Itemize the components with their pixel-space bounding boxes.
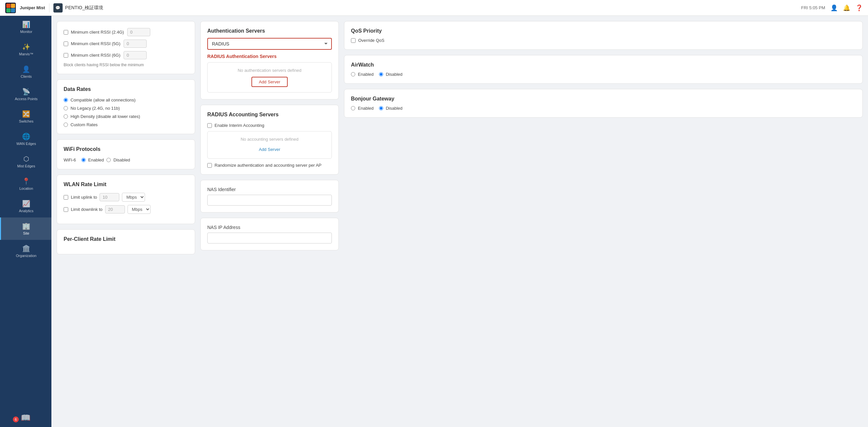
data-rate-high-density-radio[interactable] bbox=[64, 114, 68, 119]
data-rates-card: Data Rates Compatible (allow all connect… bbox=[57, 80, 195, 134]
nas-ip-card: NAS IP Address bbox=[200, 218, 339, 250]
datetime: FRI 5:05 PM bbox=[801, 5, 825, 10]
wlan-rate-title: WLAN Rate Limit bbox=[64, 182, 188, 187]
data-rates-radio-group: Compatible (allow all connections) No Le… bbox=[64, 97, 188, 127]
airwatch-disabled-radio[interactable] bbox=[379, 72, 383, 77]
randomize-checkbox[interactable] bbox=[207, 163, 212, 168]
airwatch-enabled-option[interactable]: Enabled bbox=[351, 72, 374, 77]
data-rate-compatible-radio[interactable] bbox=[64, 98, 68, 102]
wifi-protocols-card: WiFi Protocols WiFi-6 Enabled Disabled bbox=[57, 140, 195, 169]
bonjour-disabled-radio[interactable] bbox=[379, 106, 383, 111]
data-rate-high-density-label: High Density (disable all lower rates) bbox=[70, 114, 140, 119]
rssi-5g-checkbox[interactable] bbox=[64, 41, 68, 46]
rssi-6g-label: Minimum client RSSI (6G) bbox=[71, 53, 120, 58]
org-icon: 💬 bbox=[53, 3, 63, 12]
uplink-checkbox[interactable] bbox=[64, 195, 68, 200]
wifi6-enabled-radio[interactable] bbox=[82, 158, 86, 162]
site-icon: 🏢 bbox=[22, 222, 30, 230]
wifi6-enabled-label: Enabled bbox=[88, 157, 104, 162]
accounting-server-box: No accounting servers defined Add Server bbox=[207, 131, 332, 159]
sidebar-item-switches[interactable]: 🔀 Switches bbox=[0, 105, 52, 128]
add-accounting-server-button[interactable]: Add Server bbox=[257, 146, 281, 153]
org-name: PENTIO_検証環境 bbox=[65, 5, 103, 11]
interim-accounting-label[interactable]: Enable Interim Accounting bbox=[207, 123, 264, 128]
sidebar-item-location[interactable]: 📍 Location bbox=[0, 173, 52, 195]
bonjour-enabled-option[interactable]: Enabled bbox=[351, 106, 374, 111]
wlan-rate-limit-card: WLAN Rate Limit Limit uplink to Mbps Kbp… bbox=[57, 175, 195, 224]
sidebar-item-analytics[interactable]: 📈 Analytics bbox=[0, 195, 52, 217]
sidebar-item-organization[interactable]: 🏛️ Organization bbox=[0, 240, 52, 262]
uplink-checkbox-label[interactable]: Limit uplink to bbox=[64, 195, 97, 200]
rssi-6g-checkbox-label[interactable]: Minimum client RSSI (6G) bbox=[64, 53, 120, 58]
data-rate-high-density[interactable]: High Density (disable all lower rates) bbox=[64, 114, 188, 119]
downlink-checkbox[interactable] bbox=[64, 207, 68, 212]
bonjour-disabled-label: Disabled bbox=[386, 106, 403, 111]
downlink-checkbox-label[interactable]: Limit downlink to bbox=[64, 207, 102, 212]
qos-card: QoS Priority Override QoS bbox=[344, 21, 863, 50]
airwatch-disabled-option[interactable]: Disabled bbox=[379, 72, 403, 77]
bonjour-enabled-radio[interactable] bbox=[351, 106, 355, 111]
right-panel: QoS Priority Override QoS AirWatch Enabl… bbox=[344, 21, 863, 422]
rssi-2g-checkbox[interactable] bbox=[64, 30, 68, 35]
interim-accounting-checkbox[interactable] bbox=[207, 123, 212, 128]
sidebar-item-mist-edges[interactable]: ⬡ Mist Edges bbox=[0, 150, 52, 173]
data-rate-no-legacy-radio[interactable] bbox=[64, 106, 68, 111]
uplink-input[interactable] bbox=[99, 193, 119, 201]
sidebar-help-badge[interactable]: 📖 6 bbox=[0, 408, 52, 427]
sidebar-item-monitor[interactable]: 📊 Monitor bbox=[0, 16, 52, 38]
data-rate-no-legacy[interactable]: No Legacy (2.4G, no 11b) bbox=[64, 106, 188, 111]
downlink-unit-select[interactable]: Mbps Kbps bbox=[127, 205, 151, 214]
svg-rect-2 bbox=[6, 8, 10, 12]
rssi-5g-input[interactable] bbox=[124, 39, 147, 48]
help-icon[interactable]: ❓ bbox=[856, 4, 863, 11]
data-rate-compatible[interactable]: Compatible (allow all connections) bbox=[64, 97, 188, 102]
sidebar-item-marvis-label: Marvis™ bbox=[19, 52, 33, 56]
wifi6-disabled-option[interactable]: Disabled bbox=[106, 157, 130, 162]
wifi6-disabled-radio[interactable] bbox=[106, 158, 111, 162]
downlink-input[interactable] bbox=[105, 205, 125, 214]
uplink-unit-select[interactable]: Mbps Kbps bbox=[122, 193, 145, 202]
sidebar-item-switches-label: Switches bbox=[19, 119, 33, 123]
rssi-6g-checkbox[interactable] bbox=[64, 53, 68, 58]
data-rate-custom-radio[interactable] bbox=[64, 123, 68, 127]
add-auth-server-button[interactable]: Add Server bbox=[251, 77, 287, 87]
sidebar-item-access-points[interactable]: 📡 Access Points bbox=[0, 83, 52, 105]
data-rate-custom[interactable]: Custom Rates bbox=[64, 122, 188, 127]
notification-badge: 6 bbox=[13, 417, 19, 422]
nas-ip-input[interactable] bbox=[207, 233, 332, 243]
notification-icon[interactable]: 🔔 bbox=[843, 4, 850, 11]
sidebar-item-marvis[interactable]: ✨ Marvis™ bbox=[0, 38, 52, 61]
auth-servers-title: Authentication Servers bbox=[207, 28, 332, 34]
mist-edges-icon: ⬡ bbox=[23, 155, 29, 163]
rssi-2g-label: Minimum client RSSI (2.4G) bbox=[71, 30, 124, 35]
sidebar-item-clients[interactable]: 👤 Clients bbox=[0, 61, 52, 83]
airwatch-enabled-radio[interactable] bbox=[351, 72, 355, 77]
org-selector[interactable]: 💬 PENTIO_検証環境 bbox=[53, 3, 103, 12]
rssi-hint: Block clients having RSSI below the mini… bbox=[64, 63, 188, 67]
rssi-5g-checkbox-label[interactable]: Minimum client RSSI (5G) bbox=[64, 41, 120, 46]
rssi-2g-checkbox-label[interactable]: Minimum client RSSI (2.4G) bbox=[64, 30, 124, 35]
sidebar-item-wan-edges[interactable]: 🌐 WAN Edges bbox=[0, 128, 52, 150]
override-qos-checkbox[interactable] bbox=[351, 38, 355, 43]
auth-type-dropdown[interactable]: RADIUS Local None bbox=[207, 38, 332, 50]
nas-identifier-input[interactable] bbox=[207, 195, 332, 206]
data-rate-compatible-label: Compatible (allow all connections) bbox=[70, 97, 135, 102]
bonjour-disabled-option[interactable]: Disabled bbox=[379, 106, 403, 111]
override-qos-label[interactable]: Override QoS bbox=[351, 38, 856, 43]
data-rates-title: Data Rates bbox=[64, 86, 188, 92]
sidebar-item-site[interactable]: 🏢 Site bbox=[0, 217, 52, 240]
data-rate-custom-label: Custom Rates bbox=[70, 122, 97, 127]
sidebar-item-site-label: Site bbox=[23, 231, 29, 235]
rssi-5g-label: Minimum client RSSI (5G) bbox=[71, 41, 120, 46]
qos-title: QoS Priority bbox=[351, 28, 856, 34]
user-icon[interactable]: 👤 bbox=[831, 4, 838, 11]
uplink-label: Limit uplink to bbox=[71, 195, 97, 200]
monitor-icon: 📊 bbox=[22, 21, 30, 28]
wan-edges-icon: 🌐 bbox=[22, 132, 30, 140]
wifi6-enabled-option[interactable]: Enabled bbox=[82, 157, 104, 162]
randomize-label[interactable]: Randomize authentication and accounting … bbox=[207, 163, 332, 168]
bonjour-title: Bonjour Gateway bbox=[351, 96, 856, 102]
rssi-2g-input[interactable] bbox=[127, 28, 150, 36]
rssi-6g-input[interactable] bbox=[124, 51, 147, 59]
rssi-6g-row: Minimum client RSSI (6G) bbox=[64, 51, 188, 59]
